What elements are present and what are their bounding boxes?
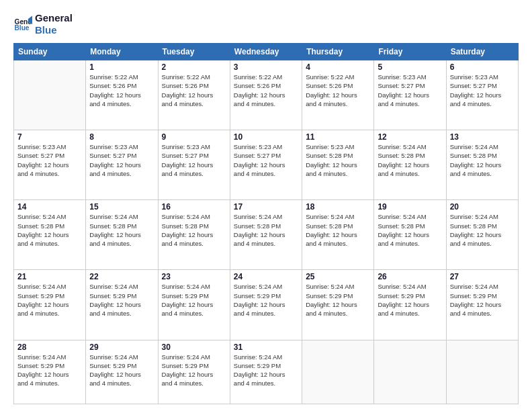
day-number: 15 bbox=[89, 202, 154, 212]
day-number: 14 bbox=[17, 202, 82, 212]
calendar-cell: 7Sunrise: 5:23 AM Sunset: 5:27 PM Daylig… bbox=[14, 130, 86, 200]
day-number: 16 bbox=[162, 202, 226, 212]
day-number: 4 bbox=[306, 62, 370, 72]
day-number: 19 bbox=[378, 202, 442, 212]
calendar-cell: 5Sunrise: 5:23 AM Sunset: 5:27 PM Daylig… bbox=[374, 60, 446, 130]
day-number: 1 bbox=[89, 62, 154, 72]
calendar-cell: 23Sunrise: 5:24 AM Sunset: 5:29 PM Dayli… bbox=[158, 270, 230, 340]
day-number: 11 bbox=[306, 132, 370, 142]
day-info: Sunrise: 5:24 AM Sunset: 5:29 PM Dayligh… bbox=[378, 282, 442, 318]
logo-text-blue: Blue bbox=[35, 24, 73, 36]
calendar-cell: 1Sunrise: 5:22 AM Sunset: 5:26 PM Daylig… bbox=[86, 60, 158, 130]
calendar-cell: 15Sunrise: 5:24 AM Sunset: 5:28 PM Dayli… bbox=[86, 200, 158, 270]
weekday-header-saturday: Saturday bbox=[446, 44, 518, 60]
day-info: Sunrise: 5:24 AM Sunset: 5:29 PM Dayligh… bbox=[162, 282, 226, 318]
day-info: Sunrise: 5:22 AM Sunset: 5:26 PM Dayligh… bbox=[162, 73, 226, 108]
day-info: Sunrise: 5:24 AM Sunset: 5:28 PM Dayligh… bbox=[89, 212, 154, 248]
day-info: Sunrise: 5:24 AM Sunset: 5:29 PM Dayligh… bbox=[17, 282, 82, 318]
weekday-header-tuesday: Tuesday bbox=[158, 44, 230, 60]
day-info: Sunrise: 5:23 AM Sunset: 5:27 PM Dayligh… bbox=[378, 73, 442, 108]
calendar-cell: 19Sunrise: 5:24 AM Sunset: 5:28 PM Dayli… bbox=[374, 200, 446, 270]
day-number: 6 bbox=[450, 62, 515, 72]
day-info: Sunrise: 5:24 AM Sunset: 5:28 PM Dayligh… bbox=[17, 212, 82, 248]
calendar-cell: 13Sunrise: 5:24 AM Sunset: 5:28 PM Dayli… bbox=[446, 130, 518, 200]
day-number: 18 bbox=[306, 202, 370, 212]
calendar-cell: 29Sunrise: 5:24 AM Sunset: 5:29 PM Dayli… bbox=[86, 340, 158, 404]
day-info: Sunrise: 5:24 AM Sunset: 5:28 PM Dayligh… bbox=[378, 142, 442, 178]
calendar-cell bbox=[302, 340, 374, 404]
week-row-4: 21Sunrise: 5:24 AM Sunset: 5:29 PM Dayli… bbox=[14, 270, 519, 340]
day-info: Sunrise: 5:22 AM Sunset: 5:26 PM Dayligh… bbox=[234, 73, 298, 108]
day-info: Sunrise: 5:23 AM Sunset: 5:27 PM Dayligh… bbox=[89, 142, 154, 178]
day-number: 9 bbox=[162, 132, 226, 142]
calendar-cell: 20Sunrise: 5:24 AM Sunset: 5:28 PM Dayli… bbox=[446, 200, 518, 270]
day-number: 25 bbox=[306, 272, 370, 281]
calendar-cell: 30Sunrise: 5:24 AM Sunset: 5:29 PM Dayli… bbox=[158, 340, 230, 404]
day-info: Sunrise: 5:24 AM Sunset: 5:29 PM Dayligh… bbox=[234, 353, 298, 388]
day-info: Sunrise: 5:24 AM Sunset: 5:29 PM Dayligh… bbox=[17, 353, 82, 388]
day-number: 2 bbox=[162, 62, 226, 72]
calendar-cell: 22Sunrise: 5:24 AM Sunset: 5:29 PM Dayli… bbox=[86, 270, 158, 340]
calendar-cell: 17Sunrise: 5:24 AM Sunset: 5:28 PM Dayli… bbox=[230, 200, 302, 270]
calendar-cell: 9Sunrise: 5:23 AM Sunset: 5:27 PM Daylig… bbox=[158, 130, 230, 200]
calendar-table: SundayMondayTuesdayWednesdayThursdayFrid… bbox=[13, 43, 519, 404]
calendar-cell: 28Sunrise: 5:24 AM Sunset: 5:29 PM Dayli… bbox=[14, 340, 86, 404]
day-info: Sunrise: 5:22 AM Sunset: 5:26 PM Dayligh… bbox=[89, 73, 154, 108]
day-info: Sunrise: 5:22 AM Sunset: 5:26 PM Dayligh… bbox=[306, 73, 370, 108]
calendar-cell: 24Sunrise: 5:24 AM Sunset: 5:29 PM Dayli… bbox=[230, 270, 302, 340]
calendar-cell: 8Sunrise: 5:23 AM Sunset: 5:27 PM Daylig… bbox=[86, 130, 158, 200]
week-row-5: 28Sunrise: 5:24 AM Sunset: 5:29 PM Dayli… bbox=[14, 340, 519, 404]
calendar-cell: 25Sunrise: 5:24 AM Sunset: 5:29 PM Dayli… bbox=[302, 270, 374, 340]
day-number: 17 bbox=[234, 202, 298, 212]
day-number: 31 bbox=[234, 342, 298, 352]
day-info: Sunrise: 5:24 AM Sunset: 5:29 PM Dayligh… bbox=[89, 353, 154, 388]
day-number: 7 bbox=[17, 132, 82, 142]
day-number: 10 bbox=[234, 132, 298, 142]
logo-icon: General Blue bbox=[13, 15, 32, 34]
day-info: Sunrise: 5:23 AM Sunset: 5:27 PM Dayligh… bbox=[234, 142, 298, 178]
day-number: 27 bbox=[450, 272, 515, 281]
day-info: Sunrise: 5:24 AM Sunset: 5:28 PM Dayligh… bbox=[234, 212, 298, 248]
calendar-cell: 14Sunrise: 5:24 AM Sunset: 5:28 PM Dayli… bbox=[14, 200, 86, 270]
day-info: Sunrise: 5:23 AM Sunset: 5:28 PM Dayligh… bbox=[306, 142, 370, 178]
calendar-cell: 16Sunrise: 5:24 AM Sunset: 5:28 PM Dayli… bbox=[158, 200, 230, 270]
day-info: Sunrise: 5:24 AM Sunset: 5:28 PM Dayligh… bbox=[378, 212, 442, 248]
day-info: Sunrise: 5:24 AM Sunset: 5:28 PM Dayligh… bbox=[306, 212, 370, 248]
day-number: 12 bbox=[378, 132, 442, 142]
logo-text-general: General bbox=[35, 12, 73, 24]
day-number: 20 bbox=[450, 202, 515, 212]
calendar-cell: 12Sunrise: 5:24 AM Sunset: 5:28 PM Dayli… bbox=[374, 130, 446, 200]
day-number: 3 bbox=[234, 62, 298, 72]
weekday-header-sunday: Sunday bbox=[14, 44, 86, 60]
day-number: 5 bbox=[378, 62, 442, 72]
weekday-header-wednesday: Wednesday bbox=[230, 44, 302, 60]
day-number: 24 bbox=[234, 272, 298, 281]
calendar-cell: 2Sunrise: 5:22 AM Sunset: 5:26 PM Daylig… bbox=[158, 60, 230, 130]
day-number: 30 bbox=[162, 342, 226, 352]
day-number: 22 bbox=[89, 272, 154, 281]
calendar-cell: 3Sunrise: 5:22 AM Sunset: 5:26 PM Daylig… bbox=[230, 60, 302, 130]
day-info: Sunrise: 5:23 AM Sunset: 5:27 PM Dayligh… bbox=[162, 142, 226, 178]
day-number: 13 bbox=[450, 132, 515, 142]
day-info: Sunrise: 5:23 AM Sunset: 5:27 PM Dayligh… bbox=[450, 73, 515, 108]
header: General Blue General Blue bbox=[13, 12, 519, 36]
week-row-1: 1Sunrise: 5:22 AM Sunset: 5:26 PM Daylig… bbox=[14, 60, 519, 130]
svg-text:Blue: Blue bbox=[15, 24, 30, 32]
week-row-2: 7Sunrise: 5:23 AM Sunset: 5:27 PM Daylig… bbox=[14, 130, 519, 200]
calendar-cell: 10Sunrise: 5:23 AM Sunset: 5:27 PM Dayli… bbox=[230, 130, 302, 200]
day-number: 28 bbox=[17, 342, 82, 352]
day-info: Sunrise: 5:24 AM Sunset: 5:29 PM Dayligh… bbox=[306, 282, 370, 318]
calendar-page: General Blue General Blue SundayMondayTu… bbox=[0, 0, 532, 411]
day-info: Sunrise: 5:24 AM Sunset: 5:29 PM Dayligh… bbox=[450, 282, 515, 318]
weekday-header-monday: Monday bbox=[86, 44, 158, 60]
day-number: 26 bbox=[378, 272, 442, 281]
calendar-cell bbox=[446, 340, 518, 404]
calendar-cell: 6Sunrise: 5:23 AM Sunset: 5:27 PM Daylig… bbox=[446, 60, 518, 130]
calendar-cell bbox=[14, 60, 86, 130]
day-info: Sunrise: 5:24 AM Sunset: 5:29 PM Dayligh… bbox=[89, 282, 154, 318]
weekday-header-row: SundayMondayTuesdayWednesdayThursdayFrid… bbox=[14, 44, 519, 60]
week-row-3: 14Sunrise: 5:24 AM Sunset: 5:28 PM Dayli… bbox=[14, 200, 519, 270]
day-info: Sunrise: 5:24 AM Sunset: 5:28 PM Dayligh… bbox=[450, 142, 515, 178]
calendar-cell: 11Sunrise: 5:23 AM Sunset: 5:28 PM Dayli… bbox=[302, 130, 374, 200]
calendar-cell: 31Sunrise: 5:24 AM Sunset: 5:29 PM Dayli… bbox=[230, 340, 302, 404]
